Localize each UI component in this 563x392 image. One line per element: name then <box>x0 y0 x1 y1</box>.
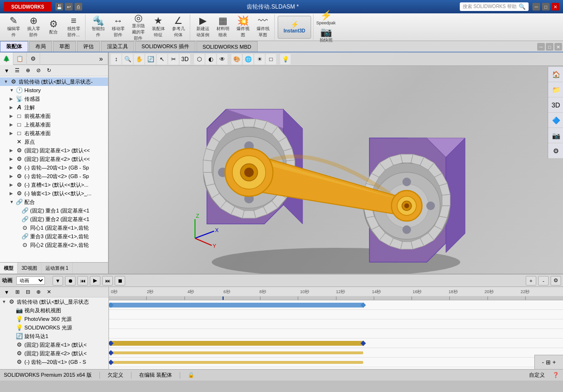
quick-save-btn[interactable]: 💾 <box>55 3 63 11</box>
filter-btn[interactable]: ▼ <box>2 66 11 75</box>
anim-btn-zoom-in[interactable]: + <box>526 276 536 286</box>
tab-render[interactable]: 渲染工具 <box>101 41 134 52</box>
status-help-icon[interactable]: ❓ <box>552 372 559 378</box>
anim-btn-settings[interactable]: ⚙ <box>551 276 561 286</box>
animation-type-select[interactable]: 动画 基本运动 <box>16 276 45 285</box>
tree-front-plane[interactable]: ▶ □ 前视基准面 <box>0 112 108 120</box>
tree-concentric1[interactable]: ⊙ 同心1 (固定基座<1>,齿轮 <box>0 223 108 232</box>
tree-origin[interactable]: ✕ 原点 <box>0 138 108 146</box>
tl-zoom-fit[interactable]: ⊞ <box>546 359 551 366</box>
anim-motor[interactable]: 🔄 旋转马达1 <box>0 332 108 340</box>
tb-icon4[interactable]: ↻ <box>44 66 54 75</box>
vp-btn-rotate[interactable]: 🔄 <box>145 54 156 64</box>
tab-layout[interactable]: 布局 <box>29 41 52 52</box>
tree-top-plane[interactable]: ▶ □ 上视基准面 <box>0 120 108 129</box>
toolbar-snapshot[interactable]: 📷 拍快照 <box>316 27 336 44</box>
mates-expand[interactable]: ▼ <box>10 200 15 204</box>
minimize-btn[interactable]: ─ <box>532 3 540 11</box>
tree-fixed-base2[interactable]: ▶ ⚙ (固定) 固定基座<2> (默认<< <box>0 155 108 163</box>
anim-btn-play[interactable]: ▶ <box>90 276 100 286</box>
quick-undo-btn[interactable]: ↩ <box>65 3 73 11</box>
toolbar-smart-fasteners[interactable]: 🔩 智能扣件 <box>88 18 108 37</box>
right-icon-model[interactable]: 🔷 <box>548 113 563 128</box>
tree-mate2[interactable]: 🔗 (固定) 重合2 (固定基座<1 <box>0 215 108 223</box>
instant3d-button[interactable]: ⚡ Instant3D <box>278 16 311 39</box>
tree-sensor[interactable]: ▶ 📡 传感器 <box>0 95 108 103</box>
anim-btn-record[interactable]: ⏺ <box>65 276 76 286</box>
anim-btn-prev[interactable]: ⏮ <box>77 276 88 286</box>
tree-mate1[interactable]: 🔗 (固定) 重合1 (固定基座<1 <box>0 206 108 215</box>
tab-sw-plugins[interactable]: SOLIDWORKS 插件 <box>135 41 195 52</box>
anim-fixed2[interactable]: ⚙ (固定) 固定基座<2> (默认< <box>0 349 108 358</box>
tree-mates[interactable]: ▼ 🔗 配合 <box>0 198 108 206</box>
tl-zoom-in[interactable]: + <box>552 359 556 366</box>
bottom-tab-3dview[interactable]: 3D视图 <box>18 263 42 274</box>
panel-minimize-btn[interactable]: ─ <box>537 43 545 51</box>
anim-sw-light[interactable]: 💡 SOLIDWORKS 光源 <box>0 323 108 332</box>
time-marker[interactable] <box>223 297 224 300</box>
tree-gear1[interactable]: ▶ ⚙ (-) 齿轮—20齿<1> (GB - Sp <box>0 163 108 172</box>
toolbar-speedpak[interactable]: ⚡ Speedpak <box>316 10 336 26</box>
panel-tab-tree[interactable]: 🌲 <box>0 53 13 65</box>
anim-tb1[interactable]: ⊞ <box>12 287 22 297</box>
anim-gear1[interactable]: ⚙ (-) 齿轮—20齿<1> (GB - S <box>0 358 108 366</box>
toolbar-assembly-feature[interactable]: ★ 装配体特征 <box>149 18 168 37</box>
tree-annotation[interactable]: ▶ A 注解 <box>0 103 108 112</box>
panel-collapse-btn[interactable]: » <box>95 53 108 65</box>
vp-btn-select[interactable]: ↖ <box>157 54 167 64</box>
toolbar-mate[interactable]: ⚙ 配合 <box>44 18 63 37</box>
tree-history[interactable]: ▼ 🕐 History <box>0 86 108 95</box>
anim-tb3[interactable]: ⊕ <box>33 287 43 297</box>
panel-tab-property[interactable]: 📋 <box>13 53 27 65</box>
toolbar-bom[interactable]: ▦ 材料明细表 <box>213 18 232 37</box>
toolbar-ref-geometry[interactable]: ∠ 参考几何体 <box>169 18 188 37</box>
tab-sketch[interactable]: 草图 <box>53 41 76 52</box>
anim-photoview-light[interactable]: 💡 PhotoView 360 光源 <box>0 315 108 323</box>
tree-mate3[interactable]: 🔗 重合3 (固定基座<1>,齿轮 <box>0 232 108 241</box>
tb-icon1[interactable]: ☰ <box>12 66 22 75</box>
panel-tab-config[interactable]: ⚙ <box>27 53 40 65</box>
tab-assembly[interactable]: 装配体 <box>0 41 28 52</box>
tb-icon3[interactable]: ⊘ <box>33 66 43 75</box>
right-icon-3d[interactable]: 3D <box>548 97 563 113</box>
tree-concentric2[interactable]: ⊙ 同心2 (固定基座<2>,齿轮 <box>0 241 108 249</box>
anim-btn-next[interactable]: ⏭ <box>102 276 113 286</box>
anim-camera-view[interactable]: 📷 视向及相机视图 <box>0 306 108 315</box>
tb-icon2[interactable]: ⊕ <box>23 66 32 75</box>
quick-print-btn[interactable]: ⎙ <box>75 3 82 11</box>
toolbar-explode-line[interactable]: 〰 爆炸线草图 <box>253 18 272 37</box>
anim-btn-zoom-out[interactable]: - <box>538 276 549 286</box>
toolbar-insert-part[interactable]: ⊕ 插入零部件 <box>24 18 43 37</box>
toolbar-edit-part[interactable]: ✎ 编辑零件 <box>4 18 23 37</box>
toolbar-new-motion[interactable]: ▶ 新建运动算例 <box>193 18 212 37</box>
search-icon[interactable]: 🔍 <box>519 3 526 10</box>
close-btn[interactable]: ✕ <box>552 3 559 11</box>
right-icon-photo[interactable]: 📷 <box>548 128 563 143</box>
tree-right-plane[interactable]: ▶ □ 右视基准面 <box>0 129 108 138</box>
tree-gear2[interactable]: ▶ ⚙ (-) 齿轮—20齿<2> (GB - Sp <box>0 172 108 180</box>
panel-restore-btn[interactable]: □ <box>546 43 553 51</box>
anim-tb2[interactable]: ⊟ <box>23 287 32 297</box>
toolbar-show-hidden[interactable]: ◎ 显示隐藏的零部件 <box>129 18 148 37</box>
right-icon-settings[interactable]: ⚙ <box>548 143 563 159</box>
tl-zoom-out[interactable]: - <box>542 359 544 366</box>
tab-evaluate[interactable]: 评估 <box>77 41 100 52</box>
maximize-btn[interactable]: □ <box>542 3 550 11</box>
vp-btn-zoom-fit[interactable]: ↕ <box>111 54 121 64</box>
anim-btn-filter[interactable]: ▼ <box>53 276 63 286</box>
vp-btn-zoom[interactable]: 🔍 <box>122 54 133 64</box>
bottom-tab-motion[interactable]: 运动算例 1 <box>42 263 73 274</box>
toolbar-move-component[interactable]: ↔ 移动零部件 <box>108 18 128 37</box>
panel-close-btn[interactable]: ✕ <box>554 43 562 51</box>
toolbar-linear-part[interactable]: ≡ 线性零部件... <box>64 18 83 37</box>
root-expand-arrow[interactable]: ▼ <box>4 79 10 84</box>
anim-fixed1[interactable]: ⚙ (固定) 固定基座<1> (默认< <box>0 340 108 349</box>
tree-root[interactable]: ▼ ⚙ 齿轮传动 (默认<默认_显示状态- <box>0 77 108 86</box>
tree-slot[interactable]: ▶ ⚙ (-) 直槽<1> (默认<<默认>... <box>0 180 108 189</box>
tree-bushing[interactable]: ▶ ⚙ (-) 轴套<1> (默认<<默认>_... <box>0 189 108 198</box>
bottom-tab-model[interactable]: 模型 <box>0 263 18 274</box>
anim-tb4[interactable]: ✕ <box>44 287 54 297</box>
right-icon-home[interactable]: 🏠 <box>548 67 563 82</box>
anim-filter-btn[interactable]: ▼ <box>2 287 11 297</box>
tab-sw-mbd[interactable]: SOLIDWORKS MBD <box>196 41 258 52</box>
